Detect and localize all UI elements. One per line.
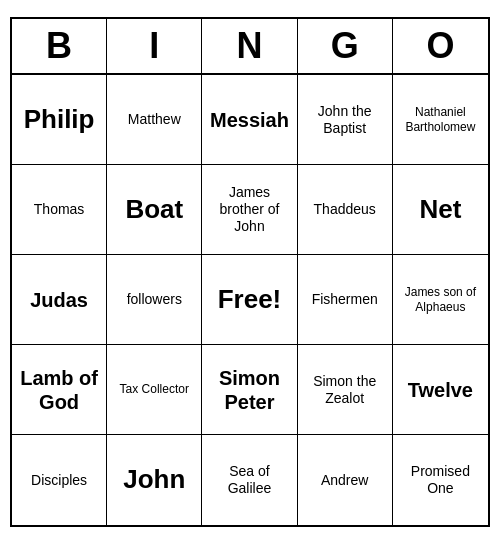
header-letter-n: N (202, 19, 297, 73)
bingo-cell-21: John (107, 435, 202, 525)
cell-text-21: John (123, 464, 185, 495)
bingo-cell-8: Thaddeus (298, 165, 393, 255)
header-letter-b: B (12, 19, 107, 73)
cell-text-10: Judas (30, 288, 88, 312)
bingo-cell-11: followers (107, 255, 202, 345)
cell-text-2: Messiah (210, 108, 289, 132)
bingo-cell-9: Net (393, 165, 488, 255)
bingo-cell-3: John the Baptist (298, 75, 393, 165)
cell-text-5: Thomas (34, 201, 85, 218)
bingo-cell-17: Simon Peter (202, 345, 297, 435)
cell-text-4: Nathaniel Bartholomew (397, 105, 484, 134)
cell-text-23: Andrew (321, 472, 368, 489)
cell-text-15: Lamb of God (16, 366, 102, 414)
cell-text-8: Thaddeus (314, 201, 376, 218)
bingo-cell-12: Free! (202, 255, 297, 345)
cell-text-3: John the Baptist (302, 103, 388, 137)
cell-text-22: Sea of Galilee (206, 463, 292, 497)
bingo-header: BINGO (12, 19, 488, 75)
cell-text-1: Matthew (128, 111, 181, 128)
bingo-cell-19: Twelve (393, 345, 488, 435)
cell-text-13: Fishermen (312, 291, 378, 308)
header-letter-i: I (107, 19, 202, 73)
header-letter-g: G (298, 19, 393, 73)
bingo-cell-16: Tax Collector (107, 345, 202, 435)
cell-text-9: Net (419, 194, 461, 225)
bingo-card: BINGO PhilipMatthewMessiahJohn the Bapti… (10, 17, 490, 527)
bingo-cell-24: Promised One (393, 435, 488, 525)
bingo-grid: PhilipMatthewMessiahJohn the BaptistNath… (12, 75, 488, 525)
bingo-cell-15: Lamb of God (12, 345, 107, 435)
bingo-cell-23: Andrew (298, 435, 393, 525)
bingo-cell-0: Philip (12, 75, 107, 165)
bingo-cell-6: Boat (107, 165, 202, 255)
bingo-cell-22: Sea of Galilee (202, 435, 297, 525)
bingo-cell-1: Matthew (107, 75, 202, 165)
cell-text-24: Promised One (397, 463, 484, 497)
cell-text-14: James son of Alphaeus (397, 285, 484, 314)
bingo-cell-4: Nathaniel Bartholomew (393, 75, 488, 165)
bingo-cell-13: Fishermen (298, 255, 393, 345)
cell-text-11: followers (127, 291, 182, 308)
cell-text-7: James brother of John (206, 184, 292, 234)
bingo-cell-2: Messiah (202, 75, 297, 165)
cell-text-20: Disciples (31, 472, 87, 489)
header-letter-o: O (393, 19, 488, 73)
bingo-cell-14: James son of Alphaeus (393, 255, 488, 345)
cell-text-16: Tax Collector (120, 382, 189, 396)
cell-text-19: Twelve (408, 378, 473, 402)
cell-text-17: Simon Peter (206, 366, 292, 414)
cell-text-18: Simon the Zealot (302, 373, 388, 407)
bingo-cell-7: James brother of John (202, 165, 297, 255)
bingo-cell-18: Simon the Zealot (298, 345, 393, 435)
bingo-cell-5: Thomas (12, 165, 107, 255)
cell-text-0: Philip (24, 104, 95, 135)
bingo-cell-10: Judas (12, 255, 107, 345)
cell-text-6: Boat (125, 194, 183, 225)
cell-text-12: Free! (218, 284, 282, 315)
bingo-cell-20: Disciples (12, 435, 107, 525)
